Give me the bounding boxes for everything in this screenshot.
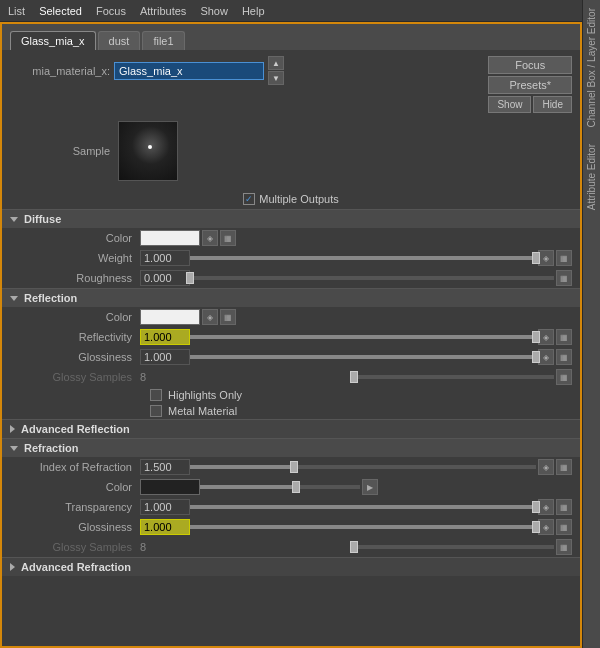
menu-attributes[interactable]: Attributes: [140, 5, 186, 17]
refraction-glossy-slider[interactable]: [354, 545, 554, 549]
menu-list[interactable]: List: [8, 5, 25, 17]
refraction-glossiness-thumb[interactable]: [532, 521, 540, 533]
diffuse-section-header[interactable]: Diffuse: [2, 209, 580, 228]
advanced-reflection-header[interactable]: Advanced Reflection: [2, 419, 580, 438]
reflection-color-icon2[interactable]: ▦: [220, 309, 236, 325]
diffuse-roughness-icon[interactable]: ▦: [556, 270, 572, 286]
focus-button[interactable]: Focus: [488, 56, 572, 74]
reflection-glossiness-thumb[interactable]: [532, 351, 540, 363]
reflectivity-slider[interactable]: [190, 335, 536, 339]
reflection-color-swatch[interactable]: [140, 309, 200, 325]
refraction-glossiness-row: Glossiness ◈ ▦: [2, 517, 580, 537]
ior-thumb[interactable]: [290, 461, 298, 473]
tab-file1[interactable]: file1: [142, 31, 184, 50]
metal-material-checkbox[interactable]: [150, 405, 162, 417]
diffuse-roughness-slider[interactable]: [190, 276, 554, 280]
reflection-glossiness-track[interactable]: [190, 355, 536, 359]
reflection-glossiness-icon2[interactable]: ▦: [556, 349, 572, 365]
menu-focus[interactable]: Focus: [96, 5, 126, 17]
main-area: Glass_mia_x dust file1 mia_material_x: ▲…: [0, 22, 582, 648]
reflectivity-track[interactable]: [190, 335, 536, 339]
show-button[interactable]: Show: [488, 96, 531, 113]
reflection-glossy-thumb[interactable]: [350, 371, 358, 383]
material-name-label: mia_material_x:: [10, 65, 110, 77]
multiple-outputs-checkbox[interactable]: [243, 193, 255, 205]
reflection-section-header[interactable]: Reflection: [2, 288, 580, 307]
ior-slider[interactable]: [190, 465, 536, 469]
reflection-glossiness-row: Glossiness ◈ ▦: [2, 347, 580, 367]
reflectivity-input[interactable]: [140, 329, 190, 345]
refraction-color-swatch[interactable]: [140, 479, 200, 495]
refraction-color-slider-area: [200, 485, 360, 489]
refraction-glossiness-icon2[interactable]: ▦: [556, 519, 572, 535]
reflection-glossiness-slider[interactable]: [190, 355, 536, 359]
transparency-thumb[interactable]: [532, 501, 540, 513]
diffuse-weight-thumb[interactable]: [532, 252, 540, 264]
transparency-track[interactable]: [190, 505, 536, 509]
reflection-glossiness-icon1[interactable]: ◈: [538, 349, 554, 365]
reflectivity-icon2[interactable]: ▦: [556, 329, 572, 345]
scroll-area[interactable]: Diffuse Color ◈ ▦ Weight ◈ ▦ Roughness: [2, 209, 580, 648]
transparency-icon1[interactable]: ◈: [538, 499, 554, 515]
ior-icon1[interactable]: ◈: [538, 459, 554, 475]
reflection-color-icon1[interactable]: ◈: [202, 309, 218, 325]
reflectivity-thumb[interactable]: [532, 331, 540, 343]
reflection-glossy-slider[interactable]: [354, 375, 554, 379]
refraction-glossiness-icon1[interactable]: ◈: [538, 519, 554, 535]
menu-show[interactable]: Show: [200, 5, 228, 17]
reflectivity-icon1[interactable]: ◈: [538, 329, 554, 345]
diffuse-weight-icon1[interactable]: ◈: [538, 250, 554, 266]
reflection-glossy-track[interactable]: [354, 375, 554, 379]
diffuse-weight-slider[interactable]: [190, 256, 536, 260]
reflectivity-fill: [190, 335, 536, 339]
hide-button[interactable]: Hide: [533, 96, 572, 113]
reflectivity-row: Reflectivity ◈ ▦: [2, 327, 580, 347]
transparency-slider[interactable]: [190, 505, 536, 509]
menu-help[interactable]: Help: [242, 5, 265, 17]
material-name-input[interactable]: [114, 62, 264, 80]
refraction-section-header[interactable]: Refraction: [2, 438, 580, 457]
tab-dust[interactable]: dust: [98, 31, 141, 50]
refraction-glossy-icon[interactable]: ▦: [556, 539, 572, 555]
refraction-glossy-thumb[interactable]: [350, 541, 358, 553]
diffuse-roughness-track[interactable]: [190, 276, 554, 280]
reflection-glossiness-input[interactable]: [140, 349, 190, 365]
arrow-down-btn[interactable]: ▼: [268, 71, 284, 85]
transparency-input[interactable]: [140, 499, 190, 515]
diffuse-roughness-thumb[interactable]: [186, 272, 194, 284]
diffuse-color-icon1[interactable]: ◈: [202, 230, 218, 246]
diffuse-color-icon2[interactable]: ▦: [220, 230, 236, 246]
refraction-color-row: Color ▶: [2, 477, 580, 497]
refraction-triangle: [10, 446, 18, 451]
ior-icon2[interactable]: ▦: [556, 459, 572, 475]
ior-input[interactable]: [140, 459, 190, 475]
menu-selected[interactable]: Selected: [39, 5, 82, 17]
multiple-outputs-row: Multiple Outputs: [2, 189, 580, 209]
refraction-color-track[interactable]: [200, 485, 360, 489]
reflection-glossy-icon[interactable]: ▦: [556, 369, 572, 385]
sample-dot: [148, 145, 152, 149]
transparency-icon2[interactable]: ▦: [556, 499, 572, 515]
refraction-glossiness-track[interactable]: [190, 525, 536, 529]
advanced-refraction-header[interactable]: Advanced Refraction: [2, 557, 580, 576]
diffuse-roughness-input[interactable]: [140, 270, 190, 286]
arrow-up-btn[interactable]: ▲: [268, 56, 284, 70]
diffuse-weight-input[interactable]: [140, 250, 190, 266]
highlights-only-checkbox[interactable]: [150, 389, 162, 401]
arrow-buttons: ▲ ▼: [268, 56, 284, 85]
diffuse-weight-track[interactable]: [190, 256, 536, 260]
tab-glass[interactable]: Glass_mia_x: [10, 31, 96, 50]
diffuse-weight-icon2[interactable]: ▦: [556, 250, 572, 266]
presets-button[interactable]: Presets*: [488, 76, 572, 94]
refraction-glossiness-slider[interactable]: [190, 525, 536, 529]
refraction-glossy-track[interactable]: [354, 545, 554, 549]
diffuse-color-swatch[interactable]: [140, 230, 200, 246]
refraction-color-icon[interactable]: ▶: [362, 479, 378, 495]
reflection-color-row: Color ◈ ▦: [2, 307, 580, 327]
refraction-color-thumb[interactable]: [292, 481, 300, 493]
sample-preview: [118, 121, 178, 181]
ior-track[interactable]: [190, 465, 536, 469]
sidebar-label-channel: Channel Box / Layer Editor: [586, 8, 597, 128]
refraction-glossiness-input[interactable]: [140, 519, 190, 535]
diffuse-triangle: [10, 217, 18, 222]
